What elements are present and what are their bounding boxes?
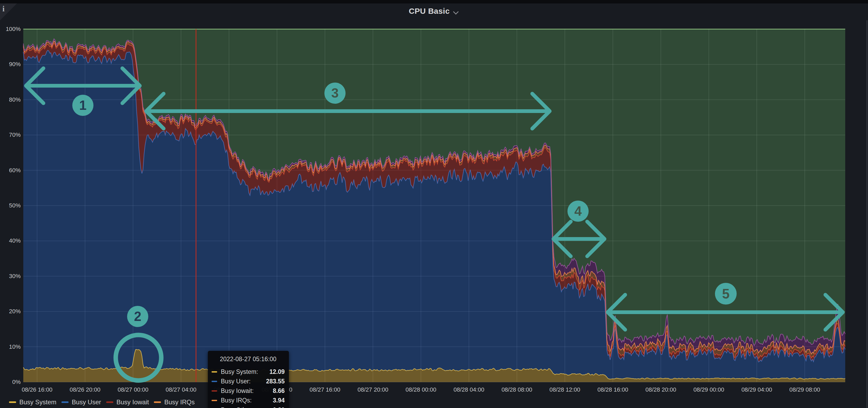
legend-item[interactable]: Busy User — [61, 399, 101, 406]
scrollbar[interactable] — [866, 20, 867, 408]
x-tick-label: 08/28 16:00 — [597, 386, 628, 393]
x-tick-label: 08/27 20:00 — [358, 386, 388, 393]
x-tick-label: 08/27 16:00 — [310, 386, 340, 393]
y-tick-label: 20% — [0, 308, 21, 315]
legend-swatch — [9, 401, 16, 403]
y-tick-label: 10% — [0, 343, 21, 350]
legend-label: Busy User — [72, 399, 101, 406]
series-color-dash — [212, 381, 217, 382]
legend-swatch — [106, 401, 113, 403]
tooltip-row: Busy IRQs:3.94 — [212, 396, 285, 405]
annotation-badge-1: 1 — [72, 95, 93, 116]
legend-swatch — [61, 401, 69, 403]
tooltip-timestamp: 2022-08-27 05:16:00 — [212, 355, 285, 363]
x-tick-label: 08/28 12:00 — [550, 386, 580, 393]
annotation-badge-5: 5 — [715, 283, 737, 305]
annotation-badge-4: 4 — [567, 201, 589, 222]
legend: Busy SystemBusy UserBusy IowaitBusy IRQs — [9, 399, 195, 406]
y-tick-label: 100% — [0, 26, 21, 33]
legend-item[interactable]: Busy System — [9, 399, 56, 406]
legend-label: Busy IRQs — [164, 399, 195, 406]
x-tick-label: 08/28 20:00 — [645, 386, 676, 393]
tooltip-row: Busy User:283.55 — [212, 376, 285, 386]
x-tick-label: 08/26 16:00 — [22, 386, 53, 393]
y-tick-label: 30% — [0, 273, 21, 280]
annotation-badge-2: 2 — [127, 306, 148, 327]
y-tick-label: 0% — [0, 379, 21, 385]
x-tick-label: 08/27 04:00 — [165, 386, 196, 393]
x-tick-label: 08/29 00:00 — [693, 386, 724, 393]
legend-label: Busy Iowait — [117, 399, 149, 406]
y-tick-label: 90% — [0, 61, 21, 68]
chart-tooltip: 2022-08-27 05:16:00 Busy System:12.09Bus… — [208, 351, 289, 408]
legend-item[interactable]: Busy Iowait — [106, 399, 149, 406]
series-color-dash — [212, 390, 217, 392]
x-tick-label: 08/27 00:00 — [118, 386, 148, 393]
legend-swatch — [154, 401, 161, 403]
x-tick-label: 08/29 08:00 — [789, 386, 820, 393]
legend-label: Busy System — [19, 399, 56, 406]
tooltip-row: Busy Iowait:8.66 — [212, 386, 285, 396]
y-tick-label: 60% — [0, 167, 21, 174]
cpu-usage-chart[interactable] — [0, 0, 868, 408]
y-tick-label: 80% — [0, 96, 21, 103]
grafana-panel: CPU Basic i 0%10%20%30%40%50%60%70%80%90… — [0, 0, 868, 408]
tooltip-row: Busy Other:0.80 — [212, 405, 285, 408]
legend-item[interactable]: Busy IRQs — [154, 399, 195, 406]
x-tick-label: 08/28 00:00 — [405, 386, 436, 393]
x-tick-label: 08/28 04:00 — [454, 386, 484, 393]
y-tick-label: 50% — [0, 202, 21, 209]
x-tick-label: 08/29 04:00 — [741, 386, 772, 393]
x-tick-label: 08/28 08:00 — [501, 386, 532, 393]
tooltip-row: Busy System:12.09 — [212, 367, 285, 376]
y-tick-label: 40% — [0, 237, 21, 244]
x-tick-label: 08/26 20:00 — [70, 386, 100, 393]
series-color-dash — [212, 371, 217, 373]
y-tick-label: 70% — [0, 132, 21, 138]
series-color-dash — [212, 400, 217, 401]
annotation-badge-3: 3 — [324, 82, 346, 104]
